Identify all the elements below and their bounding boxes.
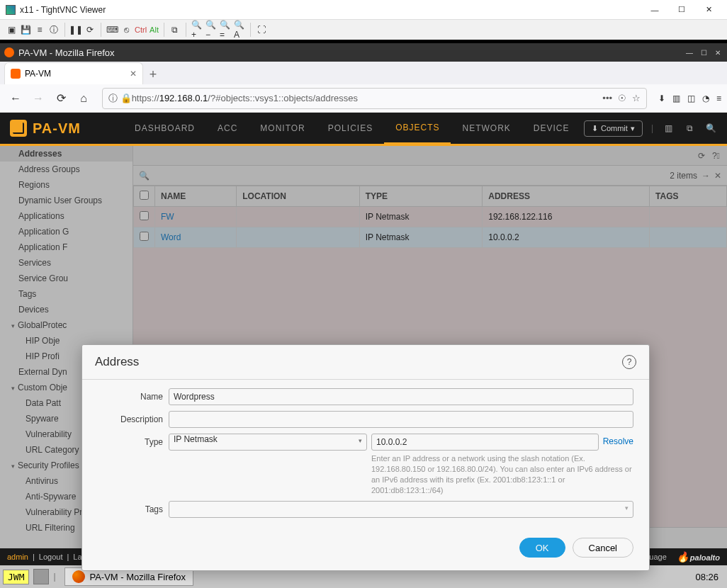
status-admin[interactable]: admin [7, 553, 28, 561]
logs-icon[interactable]: ▥ [662, 122, 675, 135]
vnc-toolbar: ▣ 💾 ≡ ⓘ ❚❚ ⟳ ⌨ ⎋ Ctrl Alt ⧉ 🔍+ 🔍− 🔍= 🔍A … [0, 20, 727, 40]
ip-input[interactable] [371, 434, 599, 451]
tab-close-button[interactable]: ✕ [130, 69, 137, 79]
menu-icon[interactable]: ≡ [716, 94, 721, 103]
copy-icon[interactable]: ⧉ [169, 24, 181, 35]
desc-input[interactable] [169, 411, 633, 428]
brand-title: PA-VM [33, 120, 81, 137]
desc-label: Description [98, 411, 169, 424]
firefox-title: PA-VM - Mozilla Firefox [18, 47, 680, 58]
refresh-icon[interactable]: ⟳ [84, 24, 96, 35]
url-prefix: https:// [132, 93, 159, 103]
ff-close-button[interactable]: ✕ [713, 47, 723, 57]
close-button[interactable]: ✕ [696, 3, 721, 17]
type-select[interactable]: IP Netmask [169, 434, 367, 451]
tab-objects[interactable]: OBJECTS [384, 113, 451, 144]
star-icon[interactable]: ☆ [632, 93, 641, 103]
modal-title: Address [95, 355, 139, 369]
back-button[interactable]: ← [6, 89, 26, 108]
firefox-titlebar: PA-VM - Mozilla Firefox — ☐ ✕ [0, 43, 727, 62]
downloads-icon[interactable]: ⬇ [658, 94, 665, 103]
tab-dashboard[interactable]: DASHBOARD [123, 113, 206, 144]
help-icon[interactable]: ? [622, 355, 636, 369]
firefox-taskbar-icon [72, 570, 85, 583]
cad-icon[interactable]: ⌨ [106, 24, 118, 35]
commit-icon: ⬇ [592, 124, 598, 133]
commit-button[interactable]: ⬇Commit▾ [584, 120, 643, 137]
tray-sep: | [53, 572, 60, 582]
status-logout[interactable]: Logout [39, 553, 63, 561]
tab-network[interactable]: NETWORK [451, 113, 522, 144]
info-icon[interactable]: ⓘ [48, 24, 60, 35]
pan-body: Addresses Address Groups Regions Dynamic… [0, 146, 727, 548]
name-input[interactable] [169, 388, 633, 405]
more-icon[interactable]: ••• [602, 93, 612, 103]
save-icon[interactable]: 💾 [20, 24, 31, 35]
new-conn-icon[interactable]: ▣ [6, 24, 17, 35]
ctrl-key[interactable]: Ctrl [135, 26, 147, 34]
profile-icon[interactable]: ◔ [702, 94, 709, 103]
tab-monitor[interactable]: MONITOR [249, 113, 316, 144]
type-label: Type [98, 434, 169, 447]
options-icon[interactable]: ≡ [34, 24, 45, 35]
settings-icon[interactable]: ⧉ [683, 122, 696, 135]
vnc-icon [6, 5, 16, 15]
vnc-title: x11 - TightVNC Viewer [20, 5, 641, 15]
pause-icon[interactable]: ❚❚ [70, 24, 81, 35]
url-host: 192.168.0.1 [159, 93, 208, 103]
type-hint: Enter an IP address or a network using t… [371, 453, 633, 495]
jwm-menu[interactable]: JWM [3, 570, 29, 584]
chevron-down-icon: ▾ [631, 124, 635, 133]
tab-device[interactable]: DEVICE [522, 113, 581, 144]
forward-button[interactable]: → [28, 89, 48, 108]
security-icon: ⓘ 🔒 [108, 92, 132, 105]
commit-label: Commit [601, 124, 628, 132]
tab-favicon-icon [11, 69, 21, 79]
flame-icon: 🔥 [677, 551, 689, 562]
maximize-button[interactable]: ☐ [669, 3, 694, 17]
alt-key[interactable]: Alt [150, 26, 159, 34]
url-rest: /?#objects::vsys1::objects/addresses [208, 93, 358, 103]
ff-max-button[interactable]: ☐ [699, 47, 709, 57]
ok-button[interactable]: OK [519, 538, 565, 558]
firefox-icon [4, 47, 14, 57]
firefox-tabbar: PA-VM ✕ + [0, 62, 727, 84]
new-tab-button[interactable]: + [143, 64, 163, 84]
ff-min-button[interactable]: — [684, 47, 694, 57]
vnc-titlebar: x11 - TightVNC Viewer — ☐ ✕ [0, 0, 727, 20]
reader-icon[interactable]: ☉ [618, 93, 626, 103]
zoomin-icon[interactable]: 🔍+ [191, 24, 203, 35]
pan-topbar: PA-VM DASHBOARD ACC MONITOR POLICIES OBJ… [0, 113, 727, 144]
cancel-button[interactable]: Cancel [573, 538, 633, 558]
tags-label: Tags [98, 501, 169, 514]
resolve-link[interactable]: Resolve [603, 434, 633, 446]
search-icon[interactable]: 🔍 [704, 122, 717, 135]
ctrlesc-icon[interactable]: ⎋ [120, 24, 132, 35]
zoomout-icon[interactable]: 🔍− [205, 24, 217, 35]
tab-policies[interactable]: POLICIES [317, 113, 384, 144]
fullscreen-icon[interactable]: ⛶ [256, 24, 267, 35]
library-icon[interactable]: ▥ [672, 94, 680, 103]
tab-acc[interactable]: ACC [206, 113, 249, 144]
home-button[interactable]: ⌂ [74, 89, 94, 108]
browser-tab[interactable]: PA-VM ✕ [4, 62, 143, 84]
taskbar-app-title: PA-VM - Mozilla Firefox [89, 572, 186, 582]
minimize-button[interactable]: — [642, 3, 667, 17]
sidebar-icon[interactable]: ◫ [687, 94, 695, 103]
show-desktop-button[interactable] [33, 569, 49, 584]
firefox-navbar: ← → ⟳ ⌂ ⓘ 🔒 https://192.168.0.1/?#object… [0, 84, 727, 113]
tags-select[interactable] [169, 501, 633, 518]
paloalto-logo-icon [10, 120, 27, 137]
name-label: Name [98, 388, 169, 402]
zoomauto-icon[interactable]: 🔍A [234, 24, 245, 35]
paloalto-brand: 🔥paloalto [677, 551, 720, 562]
tab-title: PA-VM [25, 69, 51, 79]
clock: 08:26 [695, 572, 724, 582]
type-select-value: IP Netmask [174, 434, 218, 444]
zoom100-icon[interactable]: 🔍= [220, 24, 231, 35]
address-modal: Address ? Name Description Type [81, 344, 650, 571]
url-bar[interactable]: ⓘ 🔒 https://192.168.0.1/?#objects::vsys1… [102, 88, 647, 109]
reload-button[interactable]: ⟳ [51, 89, 71, 108]
